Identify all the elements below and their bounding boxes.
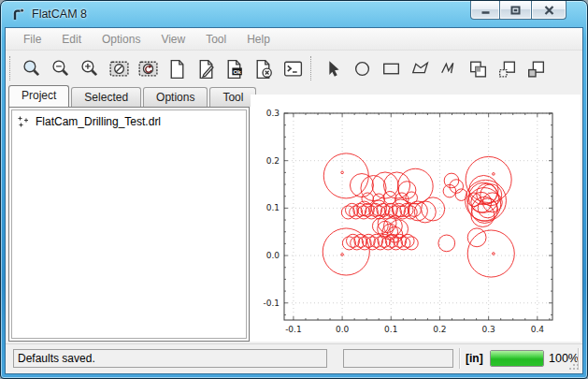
menu-item-file[interactable]: File [13,30,51,49]
edit-file-icon [194,57,217,80]
y-tick-label: 0.2 [266,156,280,166]
axes-background [284,113,552,320]
svg-text:Ok: Ok [233,68,241,75]
replot-button[interactable] [133,55,162,81]
menu-item-view[interactable]: View [151,30,195,49]
delete-object-button[interactable] [249,55,278,81]
tab-bar: ProjectSelectedOptionsTool [8,86,258,107]
geo-copy-icon [495,57,518,80]
run-script-button[interactable]: Ok [220,55,249,81]
zoom-out-icon [50,57,72,80]
x-tick-label: 0.3 [481,325,495,334]
status-separator [459,348,461,369]
status-message: Defaults saved. [13,349,327,368]
tab-selected[interactable]: Selected [71,87,141,107]
x-tick-label: 0.4 [531,325,545,334]
y-tick-label: 0.3 [266,109,280,118]
flatcam-logo-icon [10,7,26,22]
polygon-tool-icon [409,57,431,80]
zoom-in-button[interactable] [75,55,104,81]
resize-grip[interactable] [569,360,580,371]
tree-item-drill-file[interactable]: FlatCam_Drilling_Test.drl [9,108,249,128]
new-file-button[interactable] [162,55,191,81]
toolbar-handle[interactable] [9,56,11,80]
clear-plot-icon [108,57,130,80]
new-file-icon [165,57,188,80]
pointer-button[interactable] [318,55,347,81]
zoom-out-button[interactable] [46,55,75,81]
close-button[interactable] [531,1,566,20]
toolbar: Ok [6,51,582,86]
replot-icon [136,57,159,80]
close-icon [544,6,554,15]
toolbar-handle-2[interactable] [310,56,312,80]
menu-item-options[interactable]: Options [92,30,151,49]
drill-marks-icon [17,115,30,128]
clear-plot-button[interactable] [104,55,133,81]
run-script-icon: Ok [223,57,246,80]
shell-button[interactable] [278,55,307,81]
polyline-tool-button[interactable] [434,55,463,81]
y-tick-label: 0.1 [266,203,280,212]
menu-item-edit[interactable]: Edit [51,30,92,49]
geo-union-button[interactable] [463,55,492,81]
units-indicator: [in] [466,349,483,368]
geo-union-icon [466,57,489,80]
polyline-tool-icon [437,57,460,80]
window-title: FlatCAM 8 [32,7,87,21]
minimize-icon [480,6,491,14]
title-bar[interactable]: FlatCAM 8 [1,1,587,27]
minimize-button[interactable] [470,1,500,20]
project-tree[interactable]: FlatCam_Drilling_Test.drl [8,107,250,342]
geo-copy-button[interactable] [492,55,521,81]
client-frame: FileEditOptionsViewToolHelp Ok ProjectSe… [5,27,583,374]
maximize-icon [510,6,521,15]
zoom-fit-icon [21,57,43,80]
pointer-icon [322,57,344,80]
x-tick-label: 0.1 [384,325,397,334]
progress-bar [490,350,544,367]
menu-item-tool[interactable]: Tool [195,30,237,49]
delete-object-icon [252,57,275,80]
main-area: ProjectSelectedOptionsTool FlatCam_Drill… [6,86,582,344]
rectangle-tool-icon [380,57,402,80]
shell-icon [281,57,304,80]
edit-file-button[interactable] [191,55,220,81]
polygon-tool-button[interactable] [405,55,434,81]
maximize-button[interactable] [500,1,531,20]
window-controls [470,1,566,20]
geo-move-icon [524,57,547,80]
tab-tool[interactable]: Tool [209,87,256,107]
status-secondary-field [343,349,453,368]
tab-project[interactable]: Project [8,85,69,107]
x-tick-label: 0.0 [336,325,350,334]
progress-fill [491,351,543,366]
toolbar-group-draw [318,55,550,81]
menu-item-help[interactable]: Help [237,30,280,49]
circle-tool-button[interactable] [347,55,376,81]
status-bar: Defaults saved. [in] 100% [6,343,582,373]
circle-tool-icon [351,57,373,80]
x-tick-label: -0.1 [285,325,302,334]
geo-move-button[interactable] [521,55,550,81]
rectangle-tool-button[interactable] [376,55,405,81]
tab-options[interactable]: Options [143,87,208,107]
y-tick-label: 0.0 [266,251,280,260]
plot-canvas[interactable]: -0.10.00.10.20.30.4-0.10.00.10.20.3 [251,95,581,342]
tree-item-label: FlatCam_Drilling_Test.drl [36,115,161,128]
app-window: FlatCAM 8 FileEditOptionsViewToolHelp Ok… [0,0,588,379]
toolbar-group-view-file: Ok [17,55,307,81]
y-tick-label: -0.1 [263,299,280,308]
menu-bar: FileEditOptionsViewToolHelp [6,28,582,51]
x-tick-label: 0.2 [433,325,446,334]
zoom-fit-button[interactable] [17,55,46,81]
zoom-in-icon [79,57,101,80]
